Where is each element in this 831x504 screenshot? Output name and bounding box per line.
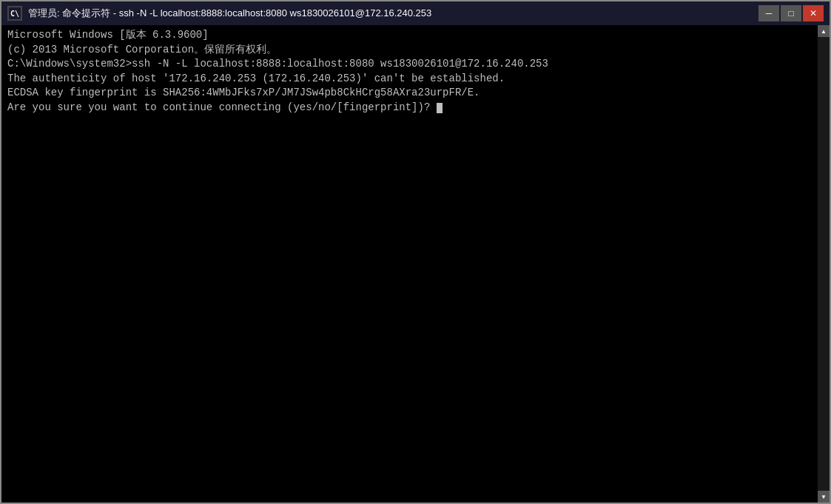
- cmd-window: C\ 管理员: 命令提示符 - ssh -N -L localhost:8888…: [0, 0, 831, 504]
- terminal-line: C:\Windows\system32>ssh -N -L localhost:…: [7, 57, 812, 72]
- cursor: [437, 103, 443, 113]
- title-bar: C\ 管理员: 命令提示符 - ssh -N -L localhost:8888…: [1, 1, 830, 25]
- terminal-line: (c) 2013 Microsoft Corporation。保留所有权利。: [7, 43, 812, 58]
- terminal-line: The authenticity of host '172.16.240.253…: [7, 72, 812, 87]
- terminal-line: Microsoft Windows [版本 6.3.9600]: [7, 28, 812, 43]
- terminal-wrapper: Microsoft Windows [版本 6.3.9600](c) 2013 …: [1, 25, 830, 503]
- svg-text:C\: C\: [10, 10, 19, 18]
- cmd-icon: C\: [7, 6, 22, 21]
- close-button[interactable]: ✕: [803, 5, 824, 21]
- minimize-button[interactable]: ─: [758, 5, 779, 21]
- terminal-content[interactable]: Microsoft Windows [版本 6.3.9600](c) 2013 …: [1, 25, 818, 503]
- terminal-line: Are you sure you want to continue connec…: [7, 101, 812, 115]
- window-title: 管理员: 命令提示符 - ssh -N -L localhost:8888:lo…: [28, 7, 431, 20]
- scrollbar: ▲ ▼: [818, 25, 830, 503]
- scroll-up-button[interactable]: ▲: [818, 25, 830, 37]
- title-bar-left: C\ 管理员: 命令提示符 - ssh -N -L localhost:8888…: [7, 6, 431, 21]
- maximize-button[interactable]: □: [781, 5, 801, 21]
- window-controls: ─ □ ✕: [758, 5, 824, 21]
- terminal-line: ECDSA key fingerprint is SHA256:4WMbJFks…: [7, 86, 812, 101]
- scrollbar-track: [818, 37, 830, 491]
- scroll-down-button[interactable]: ▼: [818, 491, 830, 503]
